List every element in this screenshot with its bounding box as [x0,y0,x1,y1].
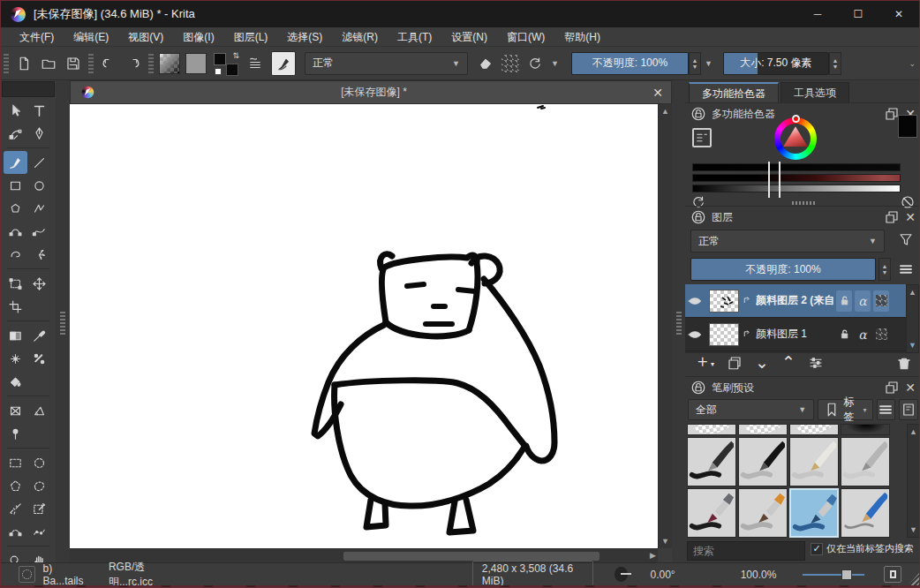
minimize-button[interactable]: ─ [797,1,838,27]
brush-preset-tile[interactable] [789,424,839,435]
brush-preset-tile[interactable] [687,424,736,435]
brush-preset-tile[interactable] [789,437,839,486]
tool-crop[interactable] [4,295,27,318]
close-docker-icon[interactable]: ✕ [905,210,916,224]
brush-preset-tile[interactable] [841,488,890,538]
brush-preset-tile[interactable] [738,437,788,486]
blend-mode-combo[interactable]: 正常 ▼ [305,52,468,75]
tool-reference[interactable] [4,422,27,445]
brush-preset-tile[interactable] [738,424,788,435]
layer-lock-icon[interactable] [836,290,852,312]
docker-lock-icon[interactable] [690,380,706,396]
opacity-spinner[interactable]: ▲▼ [689,52,701,75]
tool-magnetic-select[interactable] [27,520,51,543]
layer-row[interactable]: 颜料图层 2 (来自粘贴)α [685,284,906,318]
scroll-up-icon[interactable]: ▲ [661,104,669,118]
scroll-up-icon[interactable]: ▲ [909,285,916,299]
scroll-down-icon[interactable]: ▼ [661,534,669,548]
color-wheel[interactable] [774,117,817,160]
brush-size-slider[interactable]: 大小: 7.50 像素 [723,52,829,75]
tool-patch[interactable] [27,347,51,370]
delete-layer-button[interactable] [896,355,912,371]
menu-滤镜[interactable]: 滤镜(R) [332,27,388,47]
brush-filter-combo[interactable]: 全部 ▼ [688,399,814,420]
brush-preset-tile[interactable] [738,488,788,538]
toolbar-grip[interactable] [148,54,154,73]
scroll-right-icon[interactable]: ▶ [650,551,656,560]
canvas[interactable] [70,104,658,548]
undo-button[interactable] [96,51,121,76]
menu-图像[interactable]: 图像(I) [173,27,223,47]
scroll-up-icon[interactable]: ▲ [909,425,917,439]
scrollbar-thumb[interactable] [343,552,600,561]
tool-polygon[interactable] [4,197,27,220]
tool-bezier-select[interactable] [4,520,27,543]
tab-tool-options[interactable]: 工具选项 [780,82,849,102]
move-layer-down-button[interactable]: ⌄ [755,354,769,372]
menu-窗口[interactable]: 窗口(W) [497,27,554,47]
tool-node-edit[interactable] [4,122,27,145]
toolbar-overflow-icon[interactable]: ⌄ [905,59,919,68]
close-button[interactable]: ✕ [879,1,919,27]
color-sliders[interactable] [692,163,901,195]
layer-inherit-alpha-icon[interactable] [873,290,889,312]
fit-zoom-button[interactable] [884,566,901,583]
layer-alpha-lock-icon[interactable]: α [855,290,871,312]
layer-menu-icon[interactable] [898,261,914,277]
tool-measure[interactable] [27,399,51,422]
pattern-chooser[interactable] [185,53,207,74]
float-docker-icon[interactable] [884,380,900,396]
brush-grid-scrollbar[interactable]: ▲ ▼ [907,424,920,538]
preserve-alpha-button[interactable] [498,51,523,76]
tool-fill[interactable] [4,370,27,393]
tool-rect[interactable] [4,174,27,197]
brush-editor-button[interactable] [271,51,296,76]
save-button[interactable] [61,51,86,76]
layer-row[interactable]: 颜料图层 1α [685,318,906,351]
layer-properties-button[interactable] [808,355,824,371]
tool-freehand-select[interactable] [27,474,51,497]
tool-poly-select[interactable] [4,474,27,497]
tool-similar-select[interactable] [4,497,27,520]
chevron-down-icon[interactable]: ▼ [547,59,562,68]
layer-filter-icon[interactable] [898,231,914,247]
color-history-button[interactable] [692,128,712,147]
tool-polyline[interactable] [27,197,51,220]
tool-assistant[interactable] [4,399,27,422]
close-docker-icon[interactable]: ✕ [905,381,916,395]
menu-编辑[interactable]: 编辑(E) [64,27,118,47]
float-docker-icon[interactable] [884,209,900,225]
tab-advanced-color-selector[interactable]: 多功能拾色器 [689,82,779,102]
menu-工具[interactable]: 工具(T) [388,27,441,47]
brush-option-widget-icon[interactable] [243,51,268,76]
vertical-scrollbar[interactable]: ▲ ▼ [658,104,672,548]
tool-calligraphy[interactable] [27,122,51,145]
menu-选择[interactable]: 选择(S) [277,27,332,47]
layer-visibility-icon[interactable] [687,327,706,343]
gradient-chooser[interactable] [159,53,180,74]
tool-freehand-path[interactable] [27,220,51,243]
tool-move[interactable] [27,272,51,295]
new-document-button[interactable] [11,51,36,76]
tool-ellipse[interactable] [27,174,51,197]
selection-display-button[interactable] [19,566,35,583]
menu-视图[interactable]: 视图(V) [118,27,173,47]
menu-设置[interactable]: 设置(N) [441,27,497,47]
toolbar-grip[interactable] [4,54,9,73]
brush-preset-tile[interactable] [789,488,839,538]
canvas-rotation-knob[interactable] [615,567,628,582]
brush-preset-tile[interactable] [841,437,890,486]
tool-multibrush[interactable] [27,243,51,266]
window-resize-grip[interactable] [909,573,919,585]
tag-button[interactable]: 标签 ▾ [818,399,872,420]
tool-brush[interactable] [4,151,27,174]
brush-preset-tile[interactable] [841,424,890,435]
menu-图层[interactable]: 图层(L) [224,27,278,47]
menu-文件[interactable]: 文件(F) [10,27,64,47]
menu-帮助[interactable]: 帮助(H) [554,27,610,47]
tool-color-select[interactable] [27,497,51,520]
toolbar-grip[interactable] [88,54,94,73]
docker-resize-handle[interactable] [792,201,815,205]
reload-preset-button[interactable] [523,51,547,76]
tool-text[interactable] [27,99,51,122]
